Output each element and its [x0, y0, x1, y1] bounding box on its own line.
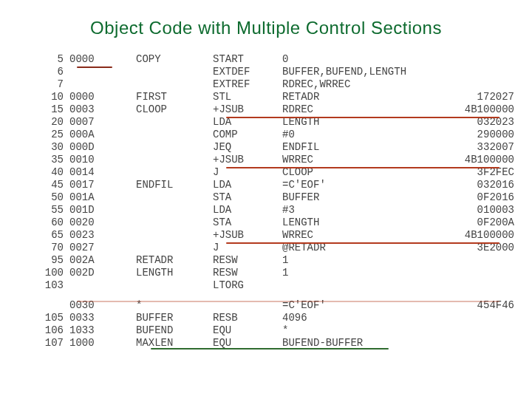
cell-objcode: [430, 267, 517, 279]
table-row: 50001ASTABUFFER0F2016: [30, 191, 517, 204]
cell-addr: 0007: [66, 116, 133, 129]
cell-opcode: EXTDEF: [210, 66, 279, 78]
cell-label: [133, 78, 210, 91]
cell-opcode: RESB: [210, 312, 279, 324]
cell-operand: 1: [279, 254, 430, 267]
cell-objcode: 332007: [430, 141, 517, 154]
cell-addr: 1033: [66, 324, 133, 337]
table-row: 650023+JSUBWRREC4B100000: [30, 229, 517, 242]
cell-line: 103: [30, 279, 66, 292]
cell-label: [133, 154, 210, 166]
page: Object Code with Multiple Control Sectio…: [0, 0, 532, 399]
listing-table: 50000COPYSTART06EXTDEFBUFFER,BUFEND,LENG…: [30, 53, 517, 349]
cell-label: [133, 229, 210, 242]
cell-operand: *: [279, 324, 430, 337]
cell-label: [133, 66, 210, 78]
cell-line: 70: [30, 242, 66, 254]
cell-objcode: 172027: [430, 91, 517, 103]
cell-objcode: [430, 53, 517, 66]
cell-objcode: [430, 279, 517, 292]
cell-line: 65: [30, 229, 66, 242]
cell-line: 105: [30, 312, 66, 324]
cell-addr: 0003: [66, 103, 133, 116]
cell-operand: RETADR: [279, 91, 430, 103]
cell-line: 55: [30, 204, 66, 216]
cell-opcode: LTORG: [210, 279, 279, 292]
table-row: 150003CLOOP+JSUBRDREC4B100000: [30, 103, 517, 116]
cell-objcode: 0F200A: [430, 216, 517, 229]
cell-addr: [66, 78, 133, 91]
cell-objcode: 4B100000: [430, 103, 517, 116]
cell-operand: ENDFIL: [279, 141, 430, 154]
cell-objcode: [430, 324, 517, 337]
cell-objcode: 4B100000: [430, 154, 517, 166]
cell-label: LENGTH: [133, 267, 210, 279]
cell-opcode: STA: [210, 191, 279, 204]
cell-opcode: LDA: [210, 204, 279, 216]
cell-line: 106: [30, 324, 66, 337]
cell-opcode: RESW: [210, 267, 279, 279]
cell-label: RETADR: [133, 254, 210, 267]
cell-line: 10: [30, 91, 66, 103]
cell-operand: WRREC: [279, 229, 430, 242]
cell-addr: 0020: [66, 216, 133, 229]
cell-line: 25: [30, 129, 66, 141]
cell-addr: 0014: [66, 166, 133, 179]
cell-line: 35: [30, 154, 66, 166]
cell-opcode: JEQ: [210, 141, 279, 154]
cell-label: BUFFER: [133, 312, 210, 324]
cell-opcode: +JSUB: [210, 103, 279, 116]
cell-addr: 0023: [66, 229, 133, 242]
table-row: 50000COPYSTART0: [30, 53, 517, 66]
cell-addr: 0017: [66, 179, 133, 191]
cell-operand: RDREC,WRREC: [279, 78, 430, 91]
cell-opcode: COMP: [210, 129, 279, 141]
listing-table-wrap: 50000COPYSTART06EXTDEFBUFFER,BUFEND,LENG…: [30, 53, 502, 349]
cell-operand: #0: [279, 129, 430, 141]
cell-opcode: LDA: [210, 179, 279, 191]
cell-line: 40: [30, 166, 66, 179]
cell-opcode: EQU: [210, 324, 279, 337]
cell-operand: RDREC: [279, 103, 430, 116]
table-row: 1050033BUFFERRESB4096: [30, 312, 517, 324]
table-row: 30000DJEQENDFIL332007: [30, 141, 517, 154]
cell-line: 50: [30, 191, 66, 204]
table-row: 103LTORG: [30, 279, 517, 292]
underline-jsub-wrrec-2: [226, 242, 499, 244]
cell-operand: =C'EOF': [279, 179, 430, 191]
cell-line: 60: [30, 216, 66, 229]
cell-operand: 0: [279, 53, 430, 66]
cell-label: [133, 279, 210, 292]
cell-objcode: 032016: [430, 179, 517, 191]
cell-line: 5: [30, 53, 66, 66]
cell-objcode: [430, 312, 517, 324]
cell-line: 7: [30, 78, 66, 91]
cell-objcode: 010003: [430, 204, 517, 216]
cell-opcode: EXTREF: [210, 78, 279, 91]
table-row: 100002DLENGTHRESW1: [30, 267, 517, 279]
cell-addr: [66, 279, 133, 292]
cell-opcode: STL: [210, 91, 279, 103]
cell-label: [133, 242, 210, 254]
cell-opcode: STA: [210, 216, 279, 229]
underline-eof-literal: [77, 301, 499, 302]
cell-line: [30, 299, 66, 312]
cell-line: 30: [30, 141, 66, 154]
cell-label: [133, 166, 210, 179]
cell-objcode: 0F2016: [430, 191, 517, 204]
cell-operand: WRREC: [279, 154, 430, 166]
cell-label: [133, 216, 210, 229]
cell-line: 95: [30, 254, 66, 267]
cell-line: 45: [30, 179, 66, 191]
cell-addr: 000A: [66, 129, 133, 141]
cell-objcode: [430, 337, 517, 349]
cell-label: [133, 116, 210, 129]
cell-addr: 002D: [66, 267, 133, 279]
cell-line: 6: [30, 66, 66, 78]
cell-addr: 0000: [66, 91, 133, 103]
cell-objcode: [430, 254, 517, 267]
cell-addr: 001A: [66, 191, 133, 204]
cell-addr: 002A: [66, 254, 133, 267]
cell-label: [133, 141, 210, 154]
page-title: Object Code with Multiple Control Sectio…: [0, 18, 532, 38]
